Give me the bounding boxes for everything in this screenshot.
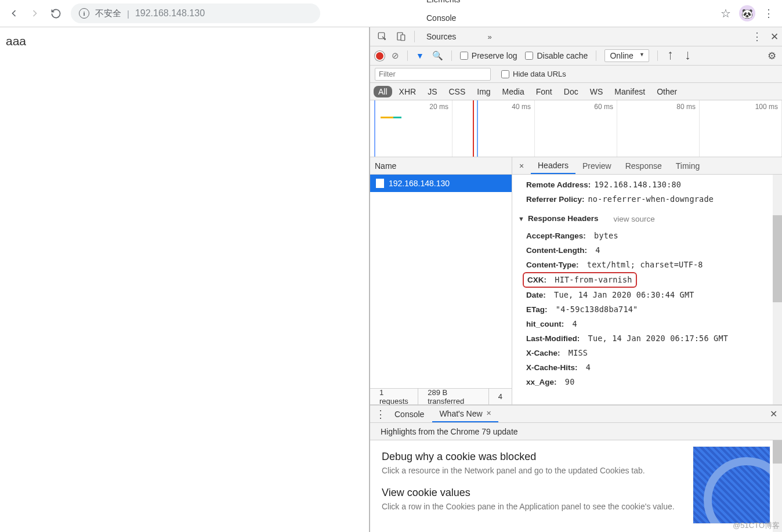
network-timeline[interactable]: 20 ms 40 ms 60 ms 80 ms 100 ms [370, 100, 782, 157]
type-chip-ws[interactable]: WS [585, 86, 608, 97]
url-text: 192.168.148.130 [135, 8, 205, 19]
details-tab-response[interactable]: Response [618, 157, 669, 174]
page-content: aaa [0, 27, 369, 532]
type-chip-all[interactable]: All [374, 86, 392, 97]
insecure-label: 不安全 [95, 8, 121, 19]
close-icon[interactable]: ✕ [486, 410, 491, 417]
scrollbar-thumb[interactable] [773, 215, 782, 302]
request-details: × HeadersPreviewResponseTiming Remote Ad… [512, 157, 782, 404]
drawer-close-icon[interactable]: ✕ [770, 408, 777, 419]
reload-button[interactable] [46, 4, 65, 23]
headers-panel: Remote Address:192.168.148.130:80 Referr… [512, 175, 782, 404]
type-chip-manifest[interactable]: Manifest [610, 86, 650, 97]
type-chip-font[interactable]: Font [531, 86, 557, 97]
devtools-tab-sources[interactable]: Sources [419, 27, 480, 46]
drawer-tab-console[interactable]: Console [388, 406, 431, 422]
response-header-row: Date: Tue, 14 Jan 2020 06:30:44 GMT [520, 288, 782, 302]
filter-input[interactable] [375, 68, 491, 81]
scrollbar-thumb[interactable] [773, 440, 782, 464]
download-har-icon[interactable]: ⭣ [683, 50, 693, 61]
response-header-row: xx_Age: 90 [520, 375, 782, 389]
response-header-row: Last-Modified: Tue, 14 Jan 2020 06:17:56… [520, 331, 782, 346]
filter-icon[interactable]: ▼ [416, 51, 424, 60]
devtools-close-icon[interactable]: ✕ [770, 31, 779, 43]
devtools-tab-console[interactable]: Console [419, 9, 480, 27]
throttling-select[interactable]: Online [604, 49, 649, 62]
devtools-tabbar: ElementsConsoleSourcesNetworkPerformance… [370, 27, 782, 46]
hide-data-urls-checkbox[interactable]: Hide data URLs [501, 70, 566, 78]
details-tab-headers[interactable]: Headers [531, 157, 575, 174]
info-icon[interactable]: i [79, 8, 89, 19]
type-chip-media[interactable]: Media [498, 86, 529, 97]
drawer-heading: Highlights from the Chrome 79 update [370, 423, 782, 440]
response-header-row: CXK: HIT-from-varnish [520, 272, 782, 288]
type-chip-other[interactable]: Other [652, 86, 682, 97]
drawer-tab-whats-new[interactable]: What's New✕ [432, 406, 498, 422]
devtools-drawer: ⋮ Console What's New✕ ✕ Highlights from … [370, 405, 782, 532]
inspect-icon[interactable] [374, 28, 391, 45]
tick-label: 80 ms [676, 103, 696, 111]
devtools-panel: ElementsConsoleSourcesNetworkPerformance… [369, 27, 782, 532]
response-header-row: ETag: "4-59c138d8ba714" [520, 302, 782, 317]
whatsnew-item-title[interactable]: Debug why a cookie was blocked [382, 451, 695, 463]
type-chip-js[interactable]: JS [423, 86, 441, 97]
devtools-menu-icon[interactable]: ⋮ [752, 30, 762, 43]
request-footer: 1 requests 289 B transferred 4 [370, 388, 512, 404]
type-chip-doc[interactable]: Doc [559, 86, 583, 97]
separator: | [127, 9, 129, 19]
response-header-row: X-Cache: MISS [520, 346, 782, 360]
upload-har-icon[interactable]: ⭡ [666, 50, 675, 61]
network-filter-row: Hide data URLs [370, 66, 782, 83]
tick-label: 100 ms [755, 103, 778, 111]
clear-icon[interactable]: ⊘ [392, 50, 399, 61]
forward-button[interactable] [26, 4, 44, 23]
response-header-row: Content-Type: text/html; charset=UTF-8 [520, 258, 782, 272]
back-button[interactable] [5, 4, 23, 23]
details-tab-timing[interactable]: Timing [669, 157, 707, 174]
type-chip-css[interactable]: CSS [444, 86, 470, 97]
profile-avatar[interactable]: 🐼 [739, 5, 755, 21]
browser-menu-icon[interactable]: ⋮ [763, 7, 774, 20]
search-icon[interactable]: 🔍 [432, 50, 443, 61]
type-chip-img[interactable]: Img [472, 86, 495, 97]
details-close-icon[interactable]: × [515, 161, 528, 171]
device-toggle-icon[interactable] [392, 28, 410, 45]
response-header-row: Content-Length: 4 [520, 243, 782, 258]
request-row[interactable]: 192.168.148.130 [370, 175, 512, 192]
devtools-tab-elements[interactable]: Elements [419, 0, 480, 9]
more-tabs-icon[interactable]: » [481, 28, 498, 45]
bookmark-star-icon[interactable]: ☆ [721, 6, 731, 20]
tick-label: 20 ms [429, 103, 448, 111]
tick-label: 40 ms [512, 103, 531, 111]
request-name: 192.168.148.130 [389, 179, 450, 188]
scrollbar-track[interactable] [773, 440, 782, 532]
response-headers-section[interactable]: ▼Response Headers view source [518, 211, 782, 226]
whatsnew-item-title[interactable]: View cookie values [382, 487, 695, 499]
svg-rect-2 [401, 35, 405, 41]
watermark: @51CTO博客 [733, 520, 780, 531]
settings-gear-icon[interactable]: ⚙ [767, 50, 776, 62]
tick-label: 60 ms [594, 103, 613, 111]
record-button[interactable] [376, 52, 383, 60]
resource-type-filter: AllXHRJSCSSImgMediaFontDocWSManifestOthe… [370, 83, 782, 100]
whatsnew-item-desc: Click a resource in the Network panel an… [382, 465, 695, 476]
drawer-menu-icon[interactable]: ⋮ [375, 408, 386, 421]
page-body-text: aaa [6, 34, 26, 48]
scrollbar-track[interactable] [773, 175, 782, 404]
details-tab-preview[interactable]: Preview [575, 157, 618, 174]
response-header-row: hit_count: 4 [520, 317, 782, 331]
browser-toolbar: i 不安全 | 192.168.148.130 ☆ 🐼 ⋮ [0, 0, 782, 27]
network-toolbar: ⊘ ▼ 🔍 Preserve log Disable cache Online … [370, 46, 782, 66]
details-tabbar: × HeadersPreviewResponseTiming [512, 157, 782, 175]
name-column-header[interactable]: Name [370, 157, 512, 175]
preserve-log-checkbox[interactable]: Preserve log [460, 51, 517, 60]
whatsnew-item-desc: Click a row in the Cookies pane in the A… [382, 501, 695, 512]
drawer-body: Debug why a cookie was blocked Click a r… [370, 440, 782, 532]
disable-cache-checkbox[interactable]: Disable cache [525, 51, 588, 60]
type-chip-xhr[interactable]: XHR [394, 86, 421, 97]
address-bar[interactable]: i 不安全 | 192.168.148.130 [71, 3, 320, 23]
whatsnew-illustration [693, 446, 770, 524]
network-body: Name 192.168.148.130 1 requests 289 B tr… [370, 157, 782, 405]
view-source-link[interactable]: view source [613, 212, 654, 226]
response-header-row: Accept-Ranges: bytes [520, 229, 782, 243]
